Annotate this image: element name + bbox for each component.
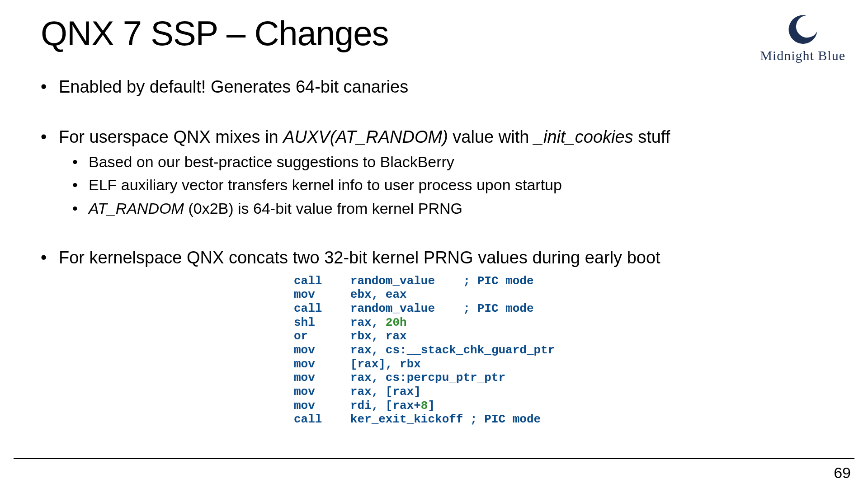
code-l10-num: 8: [421, 399, 428, 413]
bullet-2-em2: _init_cookies: [534, 127, 633, 146]
assembly-code-block: call random_value ; PIC mode mov ebx, ea…: [294, 274, 827, 427]
bullet-1: Enabled by default! Generates 64-bit can…: [41, 75, 827, 99]
code-l7-args: [rax], rbx: [350, 357, 421, 371]
code-l2-args: ebx, eax: [350, 288, 407, 301]
bullet-2-sub-3-rest: (0x2B) is 64-bit value from kernel PRNG: [184, 200, 462, 217]
bullet-2-text-mid: value with: [448, 127, 534, 146]
code-l5-args: rbx, rax: [350, 329, 407, 343]
code-l4-op: shl: [294, 316, 350, 329]
company-logo: Midnight Blue: [760, 14, 845, 63]
bullet-2-sub-2: ELF auxiliary vector transfers kernel in…: [72, 175, 827, 196]
footer-rule: [14, 458, 854, 459]
code-l10-args: rdi, [rax+: [350, 399, 421, 413]
code-l1-op: call: [294, 274, 350, 288]
code-l7-op: mov: [294, 357, 350, 371]
bullet-2-sub-1-text: Based on our best-practice suggestions t…: [89, 153, 454, 170]
code-l11-args: ker_exit_kickoff: [350, 413, 470, 426]
code-l1-args: random_value: [350, 274, 463, 288]
code-l3-args: random_value: [350, 302, 463, 315]
code-l1-comment: ; PIC mode: [463, 274, 533, 288]
code-l10-close: ]: [428, 399, 435, 413]
bullet-3: For kernelspace QNX concats two 32-bit k…: [41, 246, 827, 269]
code-l8-op: mov: [294, 371, 350, 385]
code-l3-comment: ; PIC mode: [463, 302, 533, 315]
bullet-2-sub-1: Based on our best-practice suggestions t…: [72, 152, 827, 173]
code-l2-op: mov: [294, 288, 350, 301]
bullet-2-em1: AUXV(AT_RANDOM): [283, 127, 448, 146]
slide-title: QNX 7 SSP – Changes: [41, 14, 827, 53]
bullet-2-sub-3-em: AT_RANDOM: [89, 200, 184, 217]
slide: Midnight Blue QNX 7 SSP – Changes Enable…: [0, 0, 868, 488]
bullet-3-text: For kernelspace QNX concats two 32-bit k…: [59, 248, 660, 267]
code-l3-op: call: [294, 302, 350, 315]
page-number: 69: [834, 464, 851, 482]
bullet-2-sub-3: AT_RANDOM (0x2B) is 64-bit value from ke…: [72, 198, 827, 219]
code-l4-args: rax,: [350, 316, 386, 329]
code-l10-op: mov: [294, 399, 350, 413]
code-l6-op: mov: [294, 343, 350, 357]
code-l6-args: rax, cs:__stack_chk_guard_ptr: [350, 343, 555, 357]
bullet-2-text-post: stuff: [633, 127, 670, 146]
bullet-2-sublist: Based on our best-practice suggestions t…: [72, 152, 827, 220]
code-l9-args: rax, [rax]: [350, 385, 421, 399]
bullet-list: Enabled by default! Generates 64-bit can…: [41, 75, 827, 270]
logo-text: Midnight Blue: [760, 48, 845, 63]
code-l8-args: rax, cs:percpu_ptr_ptr: [350, 371, 505, 385]
bullet-2: For userspace QNX mixes in AUXV(AT_RANDO…: [41, 126, 827, 219]
moon-icon: [787, 14, 819, 46]
code-l4-num: 20h: [386, 316, 407, 329]
bullet-2-text-pre: For userspace QNX mixes in: [59, 127, 283, 146]
bullet-1-text: Enabled by default! Generates 64-bit can…: [59, 77, 408, 96]
code-l9-op: mov: [294, 385, 350, 399]
code-l5-op: or: [294, 329, 350, 343]
code-l11-op: call: [294, 413, 350, 426]
bullet-2-sub-2-text: ELF auxiliary vector transfers kernel in…: [89, 176, 562, 193]
code-l11-comment: ; PIC mode: [470, 413, 541, 426]
